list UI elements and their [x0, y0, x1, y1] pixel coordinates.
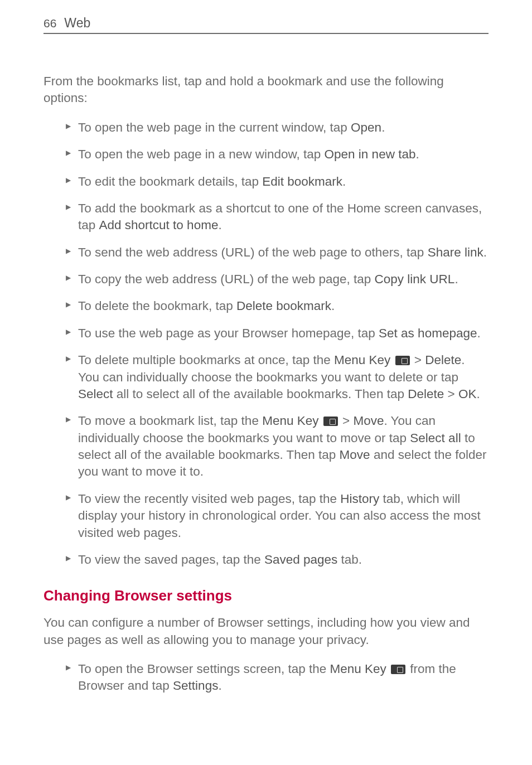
item-text: To view the recently visited web pages, … — [78, 492, 340, 506]
item-text: To open the web page in a new window, ta… — [78, 147, 325, 161]
item-bold: Add shortcut to home — [99, 218, 219, 232]
item-bold: Move — [340, 448, 370, 462]
list-item: To view the saved pages, tap the Saved p… — [66, 551, 489, 568]
list-item: To view the recently visited web pages, … — [66, 491, 489, 541]
list-item: To open the Browser settings screen, tap… — [66, 661, 489, 695]
item-text: > — [411, 353, 425, 367]
list-item: To use the web page as your Browser home… — [66, 325, 489, 342]
settings-list: To open the Browser settings screen, tap… — [43, 661, 489, 695]
item-bold: Menu Key — [334, 353, 390, 367]
item-text: . — [381, 120, 385, 134]
item-text: To open the web page in the current wind… — [78, 120, 351, 134]
item-bold: Set as homepage — [379, 326, 477, 340]
item-bold: OK — [458, 387, 477, 401]
item-bold: Saved pages — [264, 553, 337, 567]
list-item: To add the bookmark as a shortcut to one… — [66, 200, 489, 234]
item-text: To delete the bookmark, tap — [78, 299, 236, 313]
item-bold: Open in new tab — [325, 147, 416, 161]
item-bold: Select all — [410, 431, 461, 445]
settings-paragraph: You can configure a number of Browser se… — [43, 614, 489, 648]
manual-page: 66 Web From the bookmarks list, tap and … — [0, 0, 532, 727]
item-bold: Delete bookmark — [236, 299, 331, 313]
list-item: To delete the bookmark, tap Delete bookm… — [66, 298, 489, 314]
item-text: all to select all of the available bookm… — [113, 387, 408, 401]
item-text: To view the saved pages, tap the — [78, 553, 264, 567]
item-text: To send the web address (URL) of the web… — [78, 245, 428, 259]
item-text: To move a bookmark list, tap the — [78, 414, 262, 428]
item-text: To edit the bookmark details, tap — [78, 175, 262, 188]
menu-key-icon — [323, 417, 338, 426]
item-bold: Move — [353, 414, 384, 428]
item-text: tab. — [337, 553, 362, 567]
page-header: 66 Web — [43, 16, 489, 34]
item-text: . — [483, 245, 487, 259]
item-text: . — [477, 326, 480, 340]
item-bold: Copy link URL — [375, 272, 455, 286]
item-text: . — [342, 175, 346, 188]
list-item: To open the web page in a new window, ta… — [66, 146, 489, 163]
item-text: To open the Browser settings screen, tap… — [78, 662, 330, 676]
item-text: . — [331, 299, 335, 313]
item-bold: Delete — [425, 353, 461, 367]
list-item: To send the web address (URL) of the web… — [66, 244, 489, 261]
item-text: To delete multiple bookmarks at once, ta… — [78, 353, 334, 367]
item-text: . — [454, 272, 458, 286]
intro-paragraph: From the bookmarks list, tap and hold a … — [43, 73, 489, 107]
item-bold: Menu Key — [330, 662, 386, 676]
page-number: 66 — [43, 17, 56, 30]
item-bold: Settings — [173, 679, 218, 693]
item-text: . — [218, 218, 221, 232]
item-bold: Select — [78, 387, 113, 401]
item-bold: Open — [351, 120, 381, 134]
section-title: Web — [64, 16, 90, 31]
list-item: To open the web page in the current wind… — [66, 119, 489, 136]
list-item: To edit the bookmark details, tap Edit b… — [66, 173, 489, 190]
list-item: To delete multiple bookmarks at once, ta… — [66, 352, 489, 403]
item-bold: Menu Key — [262, 414, 318, 428]
list-item: To move a bookmark list, tap the Menu Ke… — [66, 413, 489, 481]
item-text: . — [415, 147, 419, 161]
section-heading-browser-settings: Changing Browser settings — [43, 587, 489, 604]
item-bold: History — [340, 492, 379, 506]
list-item: To copy the web address (URL) of the web… — [66, 271, 489, 288]
item-text: > — [339, 414, 354, 428]
menu-key-icon — [391, 665, 405, 674]
item-text: . — [476, 387, 480, 401]
item-text: To copy the web address (URL) of the web… — [78, 272, 375, 286]
item-bold: Share link — [428, 245, 483, 259]
item-text: > — [444, 387, 458, 401]
item-bold: Edit bookmark — [262, 175, 342, 188]
item-text: . — [218, 679, 221, 693]
bookmark-options-list: To open the web page in the current wind… — [43, 119, 489, 569]
item-text: To use the web page as your Browser home… — [78, 326, 379, 340]
menu-key-icon — [395, 356, 410, 365]
item-bold: Delete — [408, 387, 444, 401]
